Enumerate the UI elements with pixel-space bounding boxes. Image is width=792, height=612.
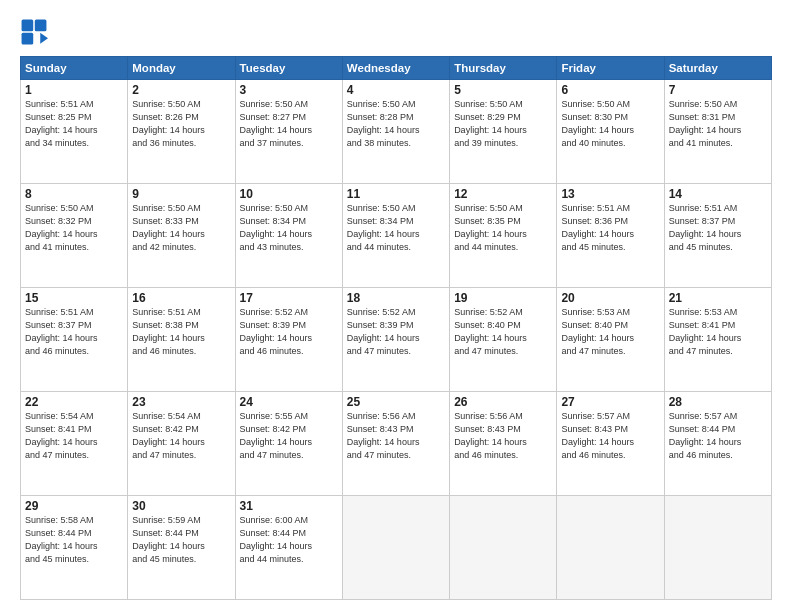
- day-header-sunday: Sunday: [21, 57, 128, 80]
- calendar-cell: 6Sunrise: 5:50 AMSunset: 8:30 PMDaylight…: [557, 80, 664, 184]
- cell-content: Sunrise: 5:52 AMSunset: 8:40 PMDaylight:…: [454, 306, 552, 358]
- calendar-week-3: 15Sunrise: 5:51 AMSunset: 8:37 PMDayligh…: [21, 288, 772, 392]
- svg-rect-1: [35, 20, 47, 32]
- day-number: 17: [240, 291, 338, 305]
- cell-content: Sunrise: 5:56 AMSunset: 8:43 PMDaylight:…: [454, 410, 552, 462]
- logo: [20, 18, 52, 46]
- calendar-cell: 2Sunrise: 5:50 AMSunset: 8:26 PMDaylight…: [128, 80, 235, 184]
- cell-content: Sunrise: 5:56 AMSunset: 8:43 PMDaylight:…: [347, 410, 445, 462]
- calendar-week-1: 1Sunrise: 5:51 AMSunset: 8:25 PMDaylight…: [21, 80, 772, 184]
- calendar-cell: 12Sunrise: 5:50 AMSunset: 8:35 PMDayligh…: [450, 184, 557, 288]
- cell-content: Sunrise: 5:50 AMSunset: 8:29 PMDaylight:…: [454, 98, 552, 150]
- day-number: 19: [454, 291, 552, 305]
- cell-content: Sunrise: 5:50 AMSunset: 8:26 PMDaylight:…: [132, 98, 230, 150]
- day-header-wednesday: Wednesday: [342, 57, 449, 80]
- cell-content: Sunrise: 6:00 AMSunset: 8:44 PMDaylight:…: [240, 514, 338, 566]
- header: [20, 18, 772, 46]
- day-header-monday: Monday: [128, 57, 235, 80]
- day-number: 1: [25, 83, 123, 97]
- calendar-cell: 8Sunrise: 5:50 AMSunset: 8:32 PMDaylight…: [21, 184, 128, 288]
- calendar-cell: 27Sunrise: 5:57 AMSunset: 8:43 PMDayligh…: [557, 392, 664, 496]
- day-number: 4: [347, 83, 445, 97]
- cell-content: Sunrise: 5:50 AMSunset: 8:30 PMDaylight:…: [561, 98, 659, 150]
- calendar-week-4: 22Sunrise: 5:54 AMSunset: 8:41 PMDayligh…: [21, 392, 772, 496]
- calendar-cell: 1Sunrise: 5:51 AMSunset: 8:25 PMDaylight…: [21, 80, 128, 184]
- day-number: 6: [561, 83, 659, 97]
- calendar-cell: 7Sunrise: 5:50 AMSunset: 8:31 PMDaylight…: [664, 80, 771, 184]
- cell-content: Sunrise: 5:51 AMSunset: 8:37 PMDaylight:…: [669, 202, 767, 254]
- calendar-cell: 29Sunrise: 5:58 AMSunset: 8:44 PMDayligh…: [21, 496, 128, 600]
- day-number: 30: [132, 499, 230, 513]
- calendar-cell: [450, 496, 557, 600]
- cell-content: Sunrise: 5:52 AMSunset: 8:39 PMDaylight:…: [240, 306, 338, 358]
- cell-content: Sunrise: 5:51 AMSunset: 8:38 PMDaylight:…: [132, 306, 230, 358]
- calendar-cell: 18Sunrise: 5:52 AMSunset: 8:39 PMDayligh…: [342, 288, 449, 392]
- calendar-cell: [557, 496, 664, 600]
- day-number: 31: [240, 499, 338, 513]
- calendar-cell: 3Sunrise: 5:50 AMSunset: 8:27 PMDaylight…: [235, 80, 342, 184]
- calendar-cell: 4Sunrise: 5:50 AMSunset: 8:28 PMDaylight…: [342, 80, 449, 184]
- svg-rect-0: [22, 20, 34, 32]
- cell-content: Sunrise: 5:55 AMSunset: 8:42 PMDaylight:…: [240, 410, 338, 462]
- calendar-cell: 9Sunrise: 5:50 AMSunset: 8:33 PMDaylight…: [128, 184, 235, 288]
- calendar-week-5: 29Sunrise: 5:58 AMSunset: 8:44 PMDayligh…: [21, 496, 772, 600]
- day-number: 27: [561, 395, 659, 409]
- calendar-cell: [342, 496, 449, 600]
- calendar-cell: 23Sunrise: 5:54 AMSunset: 8:42 PMDayligh…: [128, 392, 235, 496]
- day-number: 9: [132, 187, 230, 201]
- calendar-cell: 13Sunrise: 5:51 AMSunset: 8:36 PMDayligh…: [557, 184, 664, 288]
- day-number: 21: [669, 291, 767, 305]
- day-number: 13: [561, 187, 659, 201]
- day-number: 28: [669, 395, 767, 409]
- day-number: 14: [669, 187, 767, 201]
- calendar-cell: 20Sunrise: 5:53 AMSunset: 8:40 PMDayligh…: [557, 288, 664, 392]
- day-number: 10: [240, 187, 338, 201]
- day-number: 26: [454, 395, 552, 409]
- cell-content: Sunrise: 5:52 AMSunset: 8:39 PMDaylight:…: [347, 306, 445, 358]
- calendar-cell: 22Sunrise: 5:54 AMSunset: 8:41 PMDayligh…: [21, 392, 128, 496]
- cell-content: Sunrise: 5:54 AMSunset: 8:41 PMDaylight:…: [25, 410, 123, 462]
- day-number: 5: [454, 83, 552, 97]
- day-number: 2: [132, 83, 230, 97]
- cell-content: Sunrise: 5:51 AMSunset: 8:36 PMDaylight:…: [561, 202, 659, 254]
- cell-content: Sunrise: 5:50 AMSunset: 8:35 PMDaylight:…: [454, 202, 552, 254]
- day-number: 18: [347, 291, 445, 305]
- day-header-tuesday: Tuesday: [235, 57, 342, 80]
- calendar-week-2: 8Sunrise: 5:50 AMSunset: 8:32 PMDaylight…: [21, 184, 772, 288]
- day-number: 25: [347, 395, 445, 409]
- cell-content: Sunrise: 5:57 AMSunset: 8:43 PMDaylight:…: [561, 410, 659, 462]
- cell-content: Sunrise: 5:53 AMSunset: 8:41 PMDaylight:…: [669, 306, 767, 358]
- cell-content: Sunrise: 5:54 AMSunset: 8:42 PMDaylight:…: [132, 410, 230, 462]
- day-number: 23: [132, 395, 230, 409]
- calendar-cell: 26Sunrise: 5:56 AMSunset: 8:43 PMDayligh…: [450, 392, 557, 496]
- cell-content: Sunrise: 5:58 AMSunset: 8:44 PMDaylight:…: [25, 514, 123, 566]
- calendar-cell: [664, 496, 771, 600]
- cell-content: Sunrise: 5:50 AMSunset: 8:34 PMDaylight:…: [240, 202, 338, 254]
- day-number: 29: [25, 499, 123, 513]
- day-number: 22: [25, 395, 123, 409]
- cell-content: Sunrise: 5:51 AMSunset: 8:37 PMDaylight:…: [25, 306, 123, 358]
- calendar-cell: 17Sunrise: 5:52 AMSunset: 8:39 PMDayligh…: [235, 288, 342, 392]
- page: SundayMondayTuesdayWednesdayThursdayFrid…: [0, 0, 792, 612]
- day-number: 3: [240, 83, 338, 97]
- day-number: 20: [561, 291, 659, 305]
- logo-icon: [20, 18, 48, 46]
- calendar-cell: 19Sunrise: 5:52 AMSunset: 8:40 PMDayligh…: [450, 288, 557, 392]
- calendar-cell: 31Sunrise: 6:00 AMSunset: 8:44 PMDayligh…: [235, 496, 342, 600]
- svg-marker-3: [40, 33, 48, 44]
- day-number: 12: [454, 187, 552, 201]
- cell-content: Sunrise: 5:50 AMSunset: 8:32 PMDaylight:…: [25, 202, 123, 254]
- calendar-cell: 30Sunrise: 5:59 AMSunset: 8:44 PMDayligh…: [128, 496, 235, 600]
- calendar-cell: 11Sunrise: 5:50 AMSunset: 8:34 PMDayligh…: [342, 184, 449, 288]
- day-number: 16: [132, 291, 230, 305]
- cell-content: Sunrise: 5:50 AMSunset: 8:31 PMDaylight:…: [669, 98, 767, 150]
- calendar-cell: 21Sunrise: 5:53 AMSunset: 8:41 PMDayligh…: [664, 288, 771, 392]
- cell-content: Sunrise: 5:50 AMSunset: 8:33 PMDaylight:…: [132, 202, 230, 254]
- calendar-cell: 16Sunrise: 5:51 AMSunset: 8:38 PMDayligh…: [128, 288, 235, 392]
- day-number: 8: [25, 187, 123, 201]
- cell-content: Sunrise: 5:59 AMSunset: 8:44 PMDaylight:…: [132, 514, 230, 566]
- cell-content: Sunrise: 5:50 AMSunset: 8:28 PMDaylight:…: [347, 98, 445, 150]
- calendar-cell: 5Sunrise: 5:50 AMSunset: 8:29 PMDaylight…: [450, 80, 557, 184]
- day-header-saturday: Saturday: [664, 57, 771, 80]
- calendar-cell: 14Sunrise: 5:51 AMSunset: 8:37 PMDayligh…: [664, 184, 771, 288]
